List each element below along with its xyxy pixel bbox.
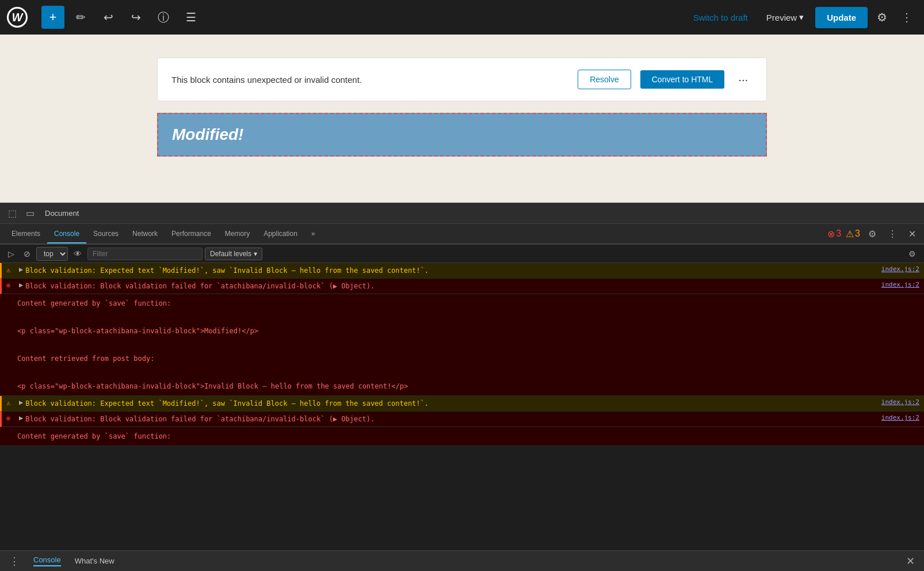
error-circle-icon: ⊗ — [827, 229, 835, 239]
devtools-settings-button[interactable]: ⚙ — [865, 226, 880, 242]
more-menu-button[interactable]: ⋮ — [896, 6, 917, 29]
undo-icon: ↩ — [104, 10, 113, 24]
resolve-button[interactable]: Resolve — [578, 70, 631, 89]
warning-triangle-icon: ⚠ — [846, 229, 854, 239]
block-error-message: This block contains unexpected or invali… — [171, 75, 568, 85]
devtools-tabs-bar: Elements Console Sources Network Perform… — [0, 224, 924, 245]
default-levels-label: Default levels — [210, 250, 251, 258]
modified-block[interactable]: Modified! — [157, 113, 767, 157]
settings-button[interactable]: ⚙ — [872, 6, 892, 29]
pencil-icon: ✏ — [76, 10, 86, 24]
console-error-text-2: Block validation: Block validation faile… — [25, 414, 877, 424]
devtools-more-button[interactable]: ⋮ — [884, 226, 900, 242]
default-levels-dropdown[interactable]: Default levels ▾ — [205, 248, 262, 260]
bottom-close-button[interactable]: ✕ — [906, 555, 915, 568]
console-error-text-1: Block validation: Block validation faile… — [25, 281, 877, 291]
gear-icon: ⚙ — [877, 11, 887, 24]
error-content-line-1: Content generated by `save` function: — [17, 296, 919, 310]
block-more-options-button[interactable]: ··· — [734, 71, 753, 89]
redo-button[interactable]: ↪ — [124, 6, 147, 29]
console-warning-text-2: Block validation: Expected text `Modifie… — [25, 398, 877, 409]
devtools-cursor-icon[interactable]: ⬚ — [5, 205, 20, 221]
devtools-panel: ⬚ ▭ Document Elements Console Sources Ne… — [0, 203, 924, 571]
console-settings-button[interactable]: ⚙ — [905, 247, 919, 261]
edit-button[interactable]: ✏ — [69, 6, 92, 29]
bottom-tab-whats-new[interactable]: What's New — [75, 557, 114, 565]
devtools-bottombar: ⋮ Console What's New ✕ — [0, 550, 924, 571]
msg-arrow-2[interactable]: ▶ — [19, 281, 23, 289]
error-content-line-7: <p class="wp-block-atachibana-invalid-bl… — [17, 379, 919, 393]
console-error-content-1: Content generated by `save` function: <p… — [0, 294, 924, 396]
console-warning-1: ⚠ ▶ Block validation: Expected text `Mod… — [0, 263, 924, 279]
console-link-4[interactable]: index.js:2 — [881, 414, 919, 421]
devtools-device-icon[interactable]: ▭ — [22, 205, 38, 221]
warn-count-number: 3 — [855, 229, 860, 239]
devtools-document-label: Document — [40, 209, 83, 218]
update-button[interactable]: Update — [815, 7, 868, 28]
console-error-content-2: Content generated by `save` function: — [0, 427, 924, 446]
msg-arrow-4[interactable]: ▶ — [19, 414, 23, 422]
devtools-header: ⬚ ▭ Document — [0, 203, 924, 224]
tab-elements[interactable]: Elements — [5, 225, 47, 242]
console-warning-2: ⚠ ▶ Block validation: Expected text `Mod… — [0, 396, 924, 412]
error-content-line-2 — [17, 310, 919, 324]
console-link-2[interactable]: index.js:2 — [881, 281, 919, 288]
tab-network[interactable]: Network — [125, 225, 165, 242]
console-link-3[interactable]: index.js:2 — [881, 398, 919, 406]
tab-sources[interactable]: Sources — [86, 225, 125, 242]
console-warning-text-1: Block validation: Expected text `Modifie… — [25, 265, 877, 276]
list-view-button[interactable]: ☰ — [180, 6, 203, 29]
tab-performance[interactable]: Performance — [165, 225, 218, 242]
console-run-button[interactable]: ▷ — [5, 247, 18, 261]
list-icon: ☰ — [186, 10, 196, 24]
console-error-1: ⊗ ▶ Block validation: Block validation f… — [0, 279, 924, 294]
console-filter-input[interactable] — [87, 248, 203, 260]
warn-icon-1: ⚠ — [6, 266, 16, 274]
console-error-2: ⊗ ▶ Block validation: Block validation f… — [0, 412, 924, 427]
wp-logo-icon: W — [7, 7, 28, 28]
partial-content-line-1: Content generated by `save` function: — [17, 429, 919, 443]
block-error-notice: This block contains unexpected or invali… — [157, 58, 767, 101]
msg-arrow-3[interactable]: ▶ — [19, 398, 23, 406]
console-context-selector[interactable]: top — [36, 247, 68, 261]
chevron-down-icon: ▾ — [254, 250, 257, 258]
devtools-close-button[interactable]: ✕ — [905, 226, 919, 242]
more-vertical-icon: ⋮ — [901, 11, 912, 24]
error-content-line-4 — [17, 338, 919, 352]
redo-icon: ↪ — [131, 10, 141, 24]
bottom-more-button[interactable]: ⋮ — [9, 555, 20, 568]
main-toolbar: W + ✏ ↩ ↪ ⓘ ☰ Switch to draft Preview ▾ … — [0, 0, 924, 35]
tab-memory[interactable]: Memory — [218, 225, 257, 242]
error-content-line-6 — [17, 366, 919, 379]
chevron-down-icon: ▾ — [799, 12, 804, 22]
switch-to-draft-button[interactable]: Switch to draft — [686, 8, 755, 27]
tab-more[interactable]: » — [304, 225, 322, 242]
close-icon: ✕ — [906, 555, 915, 567]
bottom-tab-console[interactable]: Console — [33, 555, 61, 566]
error-content-line-5: Content retrieved from post body: — [17, 352, 919, 366]
tab-console[interactable]: Console — [47, 225, 86, 243]
console-clear-button[interactable]: ⊘ — [20, 247, 34, 261]
console-link-1[interactable]: index.js:2 — [881, 265, 919, 273]
editor-area: This block contains unexpected or invali… — [0, 35, 924, 190]
warn-count-badge: ⚠ 3 — [846, 229, 860, 239]
wp-logo[interactable]: W — [0, 0, 35, 35]
add-block-button[interactable]: + — [41, 6, 64, 29]
console-messages-area[interactable]: ⚠ ▶ Block validation: Expected text `Mod… — [0, 263, 924, 550]
info-button[interactable]: ⓘ — [152, 6, 175, 29]
error-icon-2: ⊗ — [6, 414, 16, 422]
error-count-number: 3 — [836, 229, 841, 239]
preview-button[interactable]: Preview ▾ — [759, 7, 811, 27]
info-icon: ⓘ — [158, 10, 169, 25]
error-count-badge: ⊗ 3 — [827, 229, 841, 239]
tab-application[interactable]: Application — [257, 225, 304, 242]
convert-to-html-button[interactable]: Convert to HTML — [640, 70, 725, 89]
modified-block-text: Modified! — [172, 125, 243, 143]
console-toolbar: ▷ ⊘ top 👁 Default levels ▾ ⚙ — [0, 245, 924, 263]
error-content-line-3: <p class="wp-block-atachibana-invalid-bl… — [17, 324, 919, 338]
warn-icon-2: ⚠ — [6, 399, 16, 407]
error-icon-1: ⊗ — [6, 281, 16, 290]
console-eye-button[interactable]: 👁 — [70, 247, 85, 261]
msg-arrow-1[interactable]: ▶ — [19, 265, 23, 273]
undo-button[interactable]: ↩ — [97, 6, 120, 29]
